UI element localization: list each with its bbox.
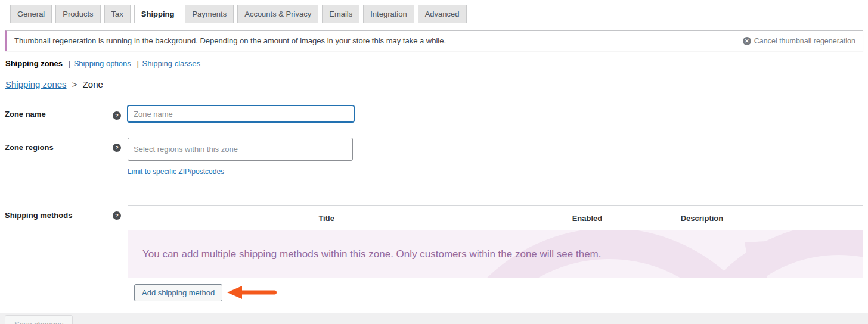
subnav-separator: | [69, 59, 70, 68]
thumbnail-regeneration-notice: Thumbnail regeneration is running in the… [5, 30, 863, 51]
breadcrumb-current-zone: Zone [83, 79, 103, 89]
zone-name-row: Zone name ? [5, 105, 863, 122]
shipping-methods-table-header: Title Enabled Description [128, 206, 863, 230]
dismiss-icon: ✕ [743, 37, 751, 45]
limit-zip-postcodes-link[interactable]: Limit to specific ZIP/postcodes [128, 167, 224, 176]
tab-payments[interactable]: Payments [185, 5, 234, 23]
zone-regions-row: Zone regions ? Limit to specific ZIP/pos… [5, 138, 863, 176]
annotation-arrow-icon [225, 285, 278, 300]
column-header-enabled: Enabled [525, 214, 649, 223]
save-changes-button[interactable]: Save changes [5, 315, 73, 324]
zone-name-label: Zone name [5, 105, 113, 119]
column-header-description: Description [650, 214, 863, 223]
shipping-subnav: Shipping zones | Shipping options | Ship… [5, 59, 863, 68]
breadcrumb-separator: > [72, 79, 78, 89]
shipping-methods-table: Title Enabled Description You can add mu… [128, 205, 863, 307]
breadcrumb-shipping-zones-link[interactable]: Shipping zones [5, 79, 67, 89]
subnav-item-shipping-classes[interactable]: Shipping classes [142, 59, 200, 68]
shipping-methods-footer: Add shipping method [128, 278, 863, 307]
zone-regions-label: Zone regions [5, 138, 113, 152]
cancel-thumbnail-regeneration-link[interactable]: ✕ Cancel thumbnail regeneration [743, 37, 855, 45]
column-header-title: Title [128, 214, 525, 223]
settings-page: General Products Tax Shipping Payments A… [0, 0, 868, 313]
tab-accounts-privacy[interactable]: Accounts & Privacy [237, 5, 318, 23]
subnav-item-shipping-zones[interactable]: Shipping zones [5, 59, 63, 68]
help-icon[interactable]: ? [113, 144, 121, 152]
zone-regions-input[interactable] [128, 138, 353, 161]
cancel-thumbnail-regeneration-label: Cancel thumbnail regeneration [754, 37, 855, 45]
subnav-separator: | [137, 59, 138, 68]
tab-products[interactable]: Products [55, 5, 100, 23]
notice-message: Thumbnail regeneration is running in the… [14, 36, 446, 45]
breadcrumb: Shipping zones > Zone [5, 79, 863, 89]
tab-shipping[interactable]: Shipping [134, 5, 182, 23]
help-icon[interactable]: ? [113, 211, 121, 220]
tab-tax[interactable]: Tax [104, 5, 131, 23]
subnav-item-shipping-options[interactable]: Shipping options [74, 59, 131, 68]
settings-tabbar: General Products Tax Shipping Payments A… [5, 0, 863, 23]
zone-name-input[interactable] [128, 105, 354, 122]
shipping-methods-empty-row: You can add multiple shipping methods wi… [128, 230, 863, 278]
shipping-methods-label: Shipping methods [5, 205, 113, 220]
help-icon[interactable]: ? [113, 111, 121, 120]
tab-emails[interactable]: Emails [322, 5, 359, 23]
tab-integration[interactable]: Integration [363, 5, 414, 23]
tab-advanced[interactable]: Advanced [418, 5, 467, 23]
tab-general[interactable]: General [10, 5, 52, 23]
page-background-strip [0, 313, 868, 324]
shipping-methods-row: Shipping methods ? Title Enabled Descrip… [5, 205, 863, 307]
shipping-methods-empty-message: You can add multiple shipping methods wi… [128, 248, 602, 260]
add-shipping-method-button[interactable]: Add shipping method [134, 284, 222, 301]
